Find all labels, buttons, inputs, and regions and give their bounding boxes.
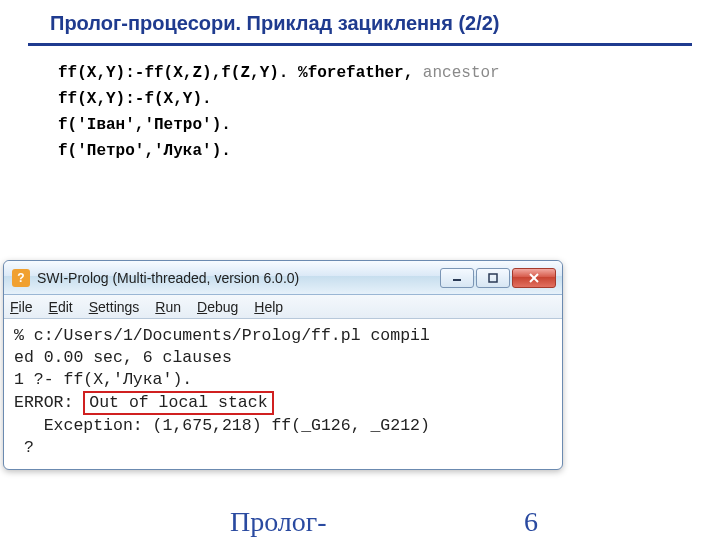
code-line: ff(X,Y):-ff(X,Z),f(Z,Y). %forefather, an… [58,60,720,86]
console-line: ? [14,438,34,457]
page-number: 6 [524,506,538,538]
menu-underline: E [49,299,58,315]
console-error-label: ERROR: [14,393,83,412]
menu-underline: S [89,299,98,315]
code-spacer [288,64,298,82]
code-line: ff(X,Y):-f(X,Y). [58,86,720,112]
menu-underline: F [10,299,19,315]
window-titlebar[interactable]: SWI-Prolog (Multi-threaded, version 6.0.… [4,261,562,295]
maximize-button[interactable] [476,268,510,288]
code-line: f('Іван','Петро'). [58,112,720,138]
menu-file[interactable]: File [10,299,33,315]
app-icon [12,269,30,287]
swi-prolog-window: SWI-Prolog (Multi-threaded, version 6.0.… [3,260,563,470]
window-title: SWI-Prolog (Multi-threaded, version 6.0.… [37,270,299,286]
menu-text: elp [264,299,283,315]
code-text: ff(X,Y):-ff(X,Z),f(Z,Y). [58,64,288,82]
console-line: ed 0.00 sec, 6 clauses [14,348,232,367]
menu-settings[interactable]: Settings [89,299,140,315]
menu-underline: H [254,299,264,315]
title-rule [28,43,692,46]
menu-edit[interactable]: Edit [49,299,73,315]
minimize-button[interactable] [440,268,474,288]
menu-text: un [165,299,181,315]
code-line: f('Петро','Лука'). [58,138,720,164]
slide-title: Пролог-процесори. Приклад зациклення (2/… [0,0,720,41]
console-output: % c:/Users/1/Documents/Prolog/ff.pl comp… [4,319,562,469]
menu-run[interactable]: Run [155,299,181,315]
menu-text: ebug [207,299,238,315]
menu-underline: D [197,299,207,315]
window-buttons [440,268,556,288]
close-icon [527,273,541,283]
code-comment-dim: ancestor [413,64,499,82]
menu-text: ile [19,299,33,315]
menu-text: dit [58,299,73,315]
menu-debug[interactable]: Debug [197,299,238,315]
svg-rect-1 [489,274,497,282]
footer-text: Пролог- [230,506,327,538]
close-button[interactable] [512,268,556,288]
error-highlight: Out of local stack [83,391,273,415]
menu-underline: R [155,299,165,315]
console-line: Exception: (1,675,218) ff(_G126, _G212) [14,416,430,435]
code-text: f('Іван','Петро'). [58,116,231,134]
minimize-icon [451,273,463,283]
menubar: File Edit Settings Run Debug Help [4,295,562,319]
code-text: ff(X,Y):-f(X,Y). [58,90,212,108]
maximize-icon [487,273,499,283]
code-comment: %forefather, [298,64,413,82]
code-text: f('Петро','Лука'). [58,142,231,160]
console-line: 1 ?- ff(X,'Лука'). [14,370,192,389]
menu-help[interactable]: Help [254,299,283,315]
menu-text: ettings [98,299,139,315]
console-line: % c:/Users/1/Documents/Prolog/ff.pl comp… [14,326,430,345]
prolog-code: ff(X,Y):-ff(X,Z),f(Z,Y). %forefather, an… [0,60,720,164]
